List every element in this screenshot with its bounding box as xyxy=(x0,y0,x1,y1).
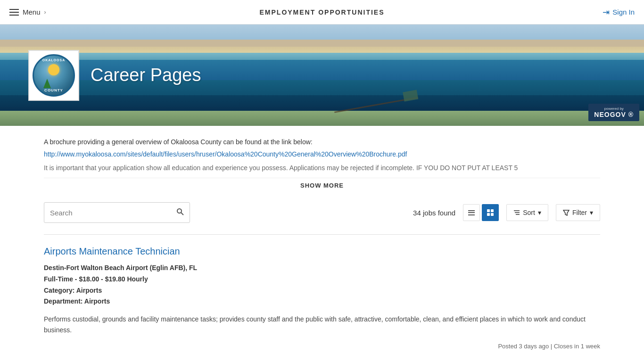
logo-text-bottom: COUNTY xyxy=(44,88,63,92)
search-button[interactable] xyxy=(176,208,184,217)
description-intro: A brochure providing a general overview … xyxy=(44,137,600,147)
show-more-button[interactable]: SHOW MORE xyxy=(44,178,600,193)
main-content: A brochure providing a general overview … xyxy=(25,126,619,361)
table-row: Airports Maintenance Technician Destin-F… xyxy=(44,246,600,350)
svg-line-1 xyxy=(181,213,183,215)
logo-box: OKALOOSA COUNTY xyxy=(28,50,79,101)
svg-point-0 xyxy=(177,209,182,213)
grid-view-icon xyxy=(487,209,494,216)
page-title: EMPLOYMENT OPPORTUNITIES xyxy=(259,8,384,16)
filter-chevron-icon: ▾ xyxy=(590,209,593,216)
results-count: 34 jobs found xyxy=(413,209,455,217)
description-secondary: It is important that your application sh… xyxy=(44,163,600,173)
hero-overlay: OKALOOSA COUNTY Career Pages xyxy=(0,25,644,126)
top-navigation: Menu › EMPLOYMENT OPPORTUNITIES ⇥ Sign I… xyxy=(0,0,644,25)
sign-in-button[interactable]: ⇥ Sign In xyxy=(603,7,635,17)
menu-button[interactable]: Menu › xyxy=(9,8,46,16)
job-department: Department: Airports xyxy=(44,296,600,307)
job-location: Destin-Fort Walton Beach Airport (Eglin … xyxy=(44,263,600,274)
logo-tree xyxy=(43,79,51,88)
neogov-powered-text: powered by xyxy=(594,107,634,111)
svg-marker-5 xyxy=(563,210,569,215)
menu-label: Menu xyxy=(23,8,41,16)
brochure-link[interactable]: http://www.myokaloosa.com/sites/default/… xyxy=(44,150,407,158)
sort-label: Sort xyxy=(523,209,535,216)
job-title-link[interactable]: Airports Maintenance Technician xyxy=(44,246,600,257)
neogov-badge: powered by NEOGOV ® xyxy=(588,104,639,121)
hero-banner: OKALOOSA COUNTY Career Pages powered by … xyxy=(0,25,644,126)
logo-sun xyxy=(48,64,59,75)
search-box xyxy=(44,202,190,223)
job-description: Performs custodial, grounds and facility… xyxy=(44,314,600,335)
search-controls: 34 jobs found Sort ▾ xyxy=(44,202,600,223)
hero-title: Career Pages xyxy=(91,65,201,85)
view-controls xyxy=(463,204,499,221)
job-category: Category: Airports xyxy=(44,285,600,296)
sort-icon xyxy=(513,209,520,216)
grid-view-button[interactable] xyxy=(482,204,499,221)
hamburger-icon xyxy=(9,9,19,16)
search-input[interactable] xyxy=(50,209,176,217)
sort-chevron-icon: ▾ xyxy=(538,209,541,216)
filter-button[interactable]: Filter ▾ xyxy=(556,204,600,221)
job-posted-date: Posted 3 days ago | Closes in 1 week xyxy=(44,343,600,350)
job-employment-type: Full-Time - $18.00 - $19.80 Hourly xyxy=(44,274,600,285)
list-view-button[interactable] xyxy=(463,204,480,221)
filter-label: Filter xyxy=(572,209,587,216)
sort-button[interactable]: Sort ▾ xyxy=(506,204,548,221)
chevron-right-icon: › xyxy=(44,9,46,16)
list-view-icon xyxy=(468,210,475,215)
sign-in-icon: ⇥ xyxy=(603,7,610,17)
filter-icon xyxy=(563,209,570,216)
sign-in-label: Sign In xyxy=(612,8,635,16)
job-listings: Airports Maintenance Technician Destin-F… xyxy=(44,234,600,350)
logo-text-top: OKALOOSA xyxy=(42,58,65,62)
county-logo: OKALOOSA COUNTY xyxy=(33,54,75,97)
neogov-name: NEOGOV ® xyxy=(594,111,634,118)
